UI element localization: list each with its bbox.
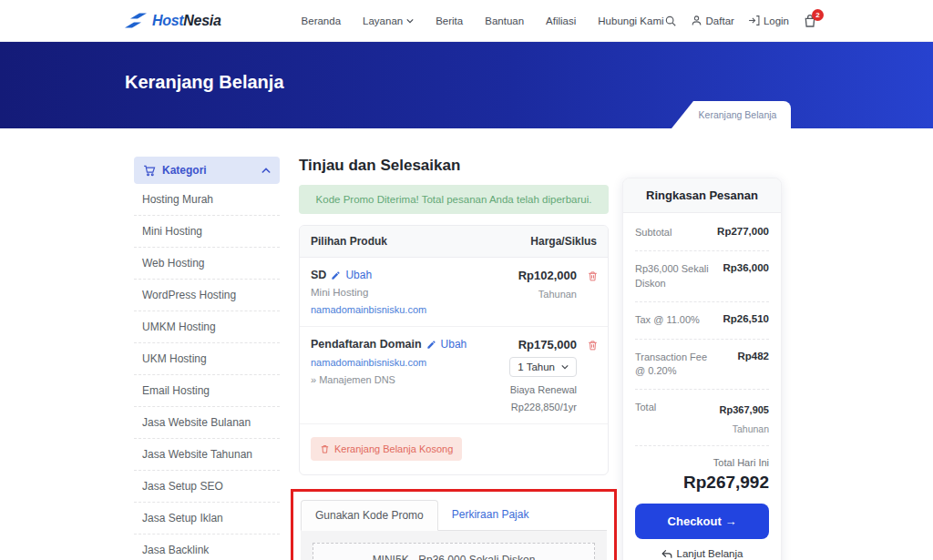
trash-icon <box>320 443 330 454</box>
edit-item-link[interactable]: Ubah <box>441 338 467 351</box>
order-summary-column: Ringkasan Pesanan Subtotal Rp277,000 Rp3… <box>622 157 782 560</box>
nav-link-afiliasi[interactable]: Afiliasi <box>546 15 576 26</box>
item-name: SD Ubah <box>311 269 482 281</box>
item-domain-link[interactable]: namadomainbisnisku.com <box>311 304 482 315</box>
item-price: Rp102,000 <box>482 269 577 282</box>
item-price: Rp175,000 <box>482 338 577 351</box>
cart-table-header: Pilihan Produk Harga/Siklus <box>300 226 608 258</box>
cart-main: Tinjau dan Selesaikan Kode Promo Diterim… <box>299 157 609 560</box>
top-navbar: HostNesia Beranda Layanan Berita Bantuan… <box>0 0 933 42</box>
nav-link-beranda[interactable]: Beranda <box>302 15 341 26</box>
edit-item-link[interactable]: Ubah <box>345 269 372 281</box>
delete-item-icon[interactable] <box>587 339 599 412</box>
login-link[interactable]: Login <box>748 15 789 26</box>
renewal-label: Biaya Renewal <box>482 384 577 395</box>
column-price: Harga/Siklus <box>530 235 597 248</box>
item-addon: » Manajemen DNS <box>311 374 482 385</box>
cart-item-row: SD Ubah Mini Hosting namadomainbisnisku.… <box>300 258 608 327</box>
sidebar-item[interactable]: Web Hosting <box>134 248 280 280</box>
cart-button[interactable]: 2 <box>803 14 817 28</box>
chevron-down-icon <box>561 364 569 370</box>
applied-promo-code: MINI5K - Rp36,000 Sekali Diskon <box>313 543 595 560</box>
nav-link-berita[interactable]: Berita <box>436 15 463 26</box>
nav-link-layanan[interactable]: Layanan <box>363 15 414 26</box>
promo-tab-panel: MINI5K - Rp36,000 Sekali Diskon Hapus Ko… <box>301 531 607 560</box>
sidebar-item[interactable]: Mini Hosting <box>134 216 280 248</box>
total-today: Total Hari Ini Rp267,992 <box>635 446 769 496</box>
pencil-icon <box>331 270 341 280</box>
column-product: Pilihan Produk <box>311 235 387 248</box>
tab-gunakan-kode-promo[interactable]: Gunakan Kode Promo <box>301 500 438 531</box>
checkout-button[interactable]: Checkout → <box>635 504 769 539</box>
promo-tabs: Gunakan Kode Promo Perkiraan Pajak <box>301 500 607 531</box>
summary-title: Ringkasan Pesanan <box>623 178 781 213</box>
content-area: Kategori Hosting Murah Mini Hosting Web … <box>134 157 782 560</box>
total-value: Rp367,905 <box>720 404 769 415</box>
pencil-icon <box>426 340 436 350</box>
nav-links: Beranda Layanan Berita Bantuan Afiliasi … <box>302 15 664 26</box>
cart-icon <box>143 164 156 177</box>
item-name: Pendaftaran Domain Ubah <box>311 338 482 351</box>
order-summary-card: Ringkasan Pesanan Subtotal Rp277,000 Rp3… <box>622 178 782 560</box>
hostnesia-logo-icon <box>125 12 147 29</box>
summary-row: Tax @ 11.00% Rp26,510 <box>635 302 769 339</box>
total-cycle: Tahunan <box>720 423 769 434</box>
summary-row: Transaction Fee @ 0.20% Rp482 <box>635 340 769 391</box>
term-select[interactable]: 1 Tahun <box>509 357 577 377</box>
section-heading: Tinjau dan Selesaikan <box>299 157 609 175</box>
item-description: Mini Hosting <box>311 287 482 298</box>
item-info: Pendaftaran Domain Ubah namadomainbisnis… <box>311 338 482 412</box>
sidebar-item[interactable]: UKM Hosting <box>134 343 280 375</box>
cart-item-row: Pendaftaran Domain Ubah namadomainbisnis… <box>300 327 608 424</box>
cart-count-badge: 2 <box>812 9 824 21</box>
search-icon[interactable] <box>664 15 677 27</box>
page-hero: Keranjang Belanja Keranjang Belanja <box>0 42 933 128</box>
annotation-highlight-box: Gunakan Kode Promo Perkiraan Pajak MINI5… <box>291 489 617 560</box>
category-sidebar: Kategori Hosting Murah Mini Hosting Web … <box>134 157 280 560</box>
sidebar-item[interactable]: Jasa Backlink <box>134 535 280 560</box>
sidebar-item[interactable]: Jasa Setup Iklan <box>134 503 280 535</box>
register-link[interactable]: Daftar <box>691 15 734 26</box>
sidebar-item[interactable]: Email Hosting <box>134 375 280 407</box>
user-icon <box>691 15 702 26</box>
empty-cart-button[interactable]: Keranjang Belanja Kosong <box>311 437 462 461</box>
nav-right-actions: Daftar Login 2 <box>664 14 817 28</box>
item-pricing: Rp175,000 1 Tahun Biaya Renewal Rp228,85… <box>482 338 577 412</box>
nav-link-bantuan[interactable]: Bantuan <box>485 15 524 26</box>
summary-total-row: Total Rp367,905 Tahunan <box>635 390 769 446</box>
login-icon <box>748 15 760 26</box>
item-billing-cycle: Tahunan <box>482 289 577 300</box>
sidebar-item[interactable]: Jasa Website Bulanan <box>134 407 280 439</box>
page-title: Keranjang Belanja <box>125 72 284 93</box>
item-domain-link[interactable]: namadomainbisnisku.com <box>311 357 482 368</box>
return-arrow-icon <box>661 549 672 559</box>
sidebar-item[interactable]: Jasa Website Tahunan <box>134 439 280 471</box>
summary-row: Subtotal Rp277,000 <box>635 215 769 251</box>
item-pricing: Rp102,000 Tahunan <box>482 269 577 315</box>
nav-link-hubungi-kami[interactable]: Hubungi Kami <box>598 15 663 26</box>
sidebar-item[interactable]: WordPress Hosting <box>134 280 280 311</box>
logo-text: HostNesia <box>152 13 221 29</box>
sidebar-item[interactable]: Jasa Setup SEO <box>134 471 280 503</box>
breadcrumb-label: Keranjang Belanja <box>686 109 777 120</box>
sidebar-item[interactable]: Hosting Murah <box>134 184 280 216</box>
tab-perkiraan-pajak[interactable]: Perkiraan Pajak <box>438 500 543 530</box>
item-info: SD Ubah Mini Hosting namadomainbisnisku.… <box>311 269 482 315</box>
category-header[interactable]: Kategori <box>134 157 280 184</box>
summary-row: Rp36,000 Sekali Diskon Rp36,000 <box>635 251 769 302</box>
continue-shopping-link[interactable]: Lanjut Belanja <box>635 548 769 560</box>
breadcrumb: Keranjang Belanja <box>672 101 791 128</box>
chevron-up-icon <box>261 168 271 174</box>
promo-success-alert: Kode Promo Diterima! Total pesanan Anda … <box>299 185 609 214</box>
total-today-value: Rp267,992 <box>635 473 769 493</box>
delete-item-icon[interactable] <box>587 270 599 315</box>
sidebar-item[interactable]: UMKM Hosting <box>134 311 280 343</box>
renewal-price: Rp228,850/1yr <box>482 402 577 412</box>
hostnesia-logo[interactable]: HostNesia <box>125 12 221 29</box>
chevron-down-icon <box>406 18 414 24</box>
cart-items-card: Pilihan Produk Harga/Siklus SD Ubah Mini… <box>299 225 609 475</box>
